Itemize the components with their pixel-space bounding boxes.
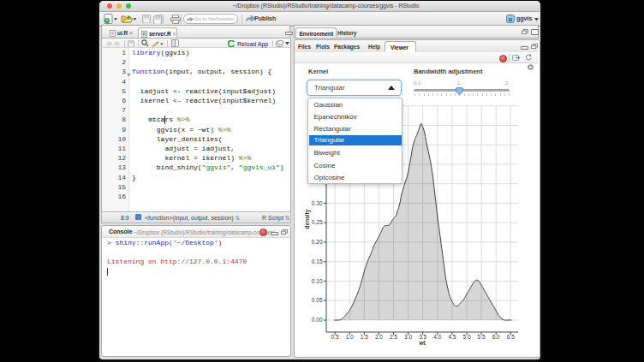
svg-text:4.5: 4.5 xyxy=(448,334,456,340)
svg-text:3.0: 3.0 xyxy=(404,334,412,340)
svg-text:5.5: 5.5 xyxy=(478,334,486,340)
svg-text:0.5: 0.5 xyxy=(331,334,339,340)
svg-text:R: R xyxy=(111,31,115,36)
svg-text:1.0: 1.0 xyxy=(346,334,354,340)
svg-text:2.5: 2.5 xyxy=(390,334,397,340)
svg-text:0.05: 0.05 xyxy=(312,297,323,303)
svg-text:0.10: 0.10 xyxy=(312,278,323,284)
svg-text:2.0: 2.0 xyxy=(375,334,383,340)
svg-text:1.5: 1.5 xyxy=(361,334,368,340)
svg-text:0.25: 0.25 xyxy=(312,219,323,225)
svg-text:density: density xyxy=(304,209,311,228)
svg-text:0.20: 0.20 xyxy=(312,239,323,245)
svg-text:0.15: 0.15 xyxy=(312,258,323,264)
svg-text:4.0: 4.0 xyxy=(433,334,441,340)
svg-text:0.00: 0.00 xyxy=(312,317,323,323)
svg-text:wt: wt xyxy=(418,340,426,346)
svg-text:0.30: 0.30 xyxy=(312,200,323,206)
svg-text:5.0: 5.0 xyxy=(462,334,470,340)
svg-text:+: + xyxy=(105,17,109,23)
svg-text:6.5: 6.5 xyxy=(507,334,515,340)
svg-text:6.0: 6.0 xyxy=(492,334,500,340)
svg-text:R: R xyxy=(143,32,146,37)
